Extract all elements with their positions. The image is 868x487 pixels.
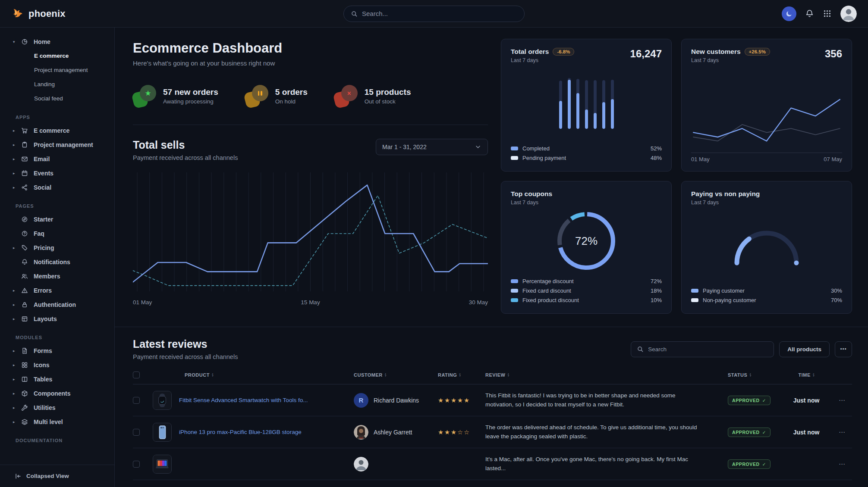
apps-grid-icon[interactable]	[823, 9, 832, 18]
customer-name: Ashley Garrett	[374, 429, 412, 436]
legend-row: Fixed product discount10%	[511, 295, 662, 305]
status-badge: APPROVED✓	[728, 396, 771, 405]
sidebar-item-faq[interactable]: Faq	[0, 226, 114, 240]
top-navbar: phoenix	[0, 0, 868, 28]
reviews-search[interactable]	[631, 341, 774, 357]
sort-icon: ▴▾	[813, 373, 815, 377]
row-checkbox[interactable]	[133, 461, 140, 468]
sidebar-item-forms[interactable]: ▸Forms	[0, 343, 114, 358]
column-header-customer[interactable]: CUSTOMER▴▾	[354, 372, 438, 378]
sidebar-item-components[interactable]: ▸Components	[0, 386, 114, 400]
top-coupons-legend: Percentage discount72%Fixed card discoun…	[511, 276, 662, 305]
row-more-button[interactable]: ⋯	[832, 460, 852, 468]
column-header-time[interactable]: TIME▴▾	[780, 372, 832, 378]
sidebar-subitem-landing[interactable]: Landing	[0, 77, 114, 91]
sidebar-section-label: DOCUMENTATION	[0, 438, 114, 443]
sort-icon: ▴▾	[212, 373, 214, 377]
stats-row: ★57 new ordersAwating processing5 orders…	[133, 85, 488, 107]
sidebar-item-email[interactable]: ▸Email	[0, 152, 114, 166]
lock-icon	[21, 301, 28, 308]
new-customers-x-axis: 01 May07 May	[691, 153, 842, 162]
sidebar-item-icons[interactable]: ▸Icons	[0, 358, 114, 372]
reviews-title: Latest reviews	[133, 338, 238, 350]
navbar-search[interactable]	[343, 6, 525, 22]
sidebar-item-tables[interactable]: ▸Tables	[0, 372, 114, 386]
brand-name: phoenix	[28, 8, 66, 19]
card-period: Last 7 days	[691, 200, 760, 206]
row-checkbox[interactable]	[133, 429, 140, 436]
legend-swatch	[691, 289, 698, 293]
sidebar-item-errors[interactable]: ▸Errors	[0, 283, 114, 297]
user-avatar[interactable]	[840, 6, 857, 22]
sidebar-subitem-social-feed[interactable]: Social feed	[0, 91, 114, 106]
sidebar-item-multi-level[interactable]: ▸Multi level	[0, 415, 114, 429]
collapsed-view-button[interactable]: Collapsed View	[0, 465, 114, 487]
column-header-rating[interactable]: RATING▴▾	[438, 372, 485, 378]
sidebar-item-label: Social	[34, 184, 51, 191]
dark-mode-toggle[interactable]	[782, 6, 796, 21]
sidebar-item-label: Errors	[34, 287, 52, 294]
sidebar-subitem-project-management[interactable]: Project management	[0, 63, 114, 77]
reviews-search-input[interactable]	[648, 346, 768, 353]
customer-avatar	[354, 457, 368, 471]
sidebar-section-label: PAGES	[0, 203, 114, 209]
sidebar-section-label: APPS	[0, 115, 114, 120]
sidebar-item-utilities[interactable]: ▸Utilities	[0, 400, 114, 415]
sidebar-item-e-commerce[interactable]: ▸E commerce	[0, 123, 114, 137]
sidebar-item-layouts[interactable]: ▸Layouts	[0, 312, 114, 326]
sidebar-item-events[interactable]: ▸Events	[0, 166, 114, 180]
users-icon	[21, 273, 28, 280]
sidebar-item-pricing[interactable]: ▸Pricing	[0, 240, 114, 255]
x-axis-tick: 07 May	[824, 156, 842, 162]
caret-right-icon: ▸	[13, 185, 21, 190]
total-sells-subtitle: Payment received across all channels	[133, 154, 238, 161]
select-all-checkbox[interactable]	[133, 371, 140, 378]
legend-label: Pending payment	[522, 155, 566, 161]
row-more-button[interactable]: ⋯	[832, 396, 852, 404]
date-range-select[interactable]: Mar 1 - 31, 2022	[376, 139, 488, 155]
x-axis-tick: 15 May	[301, 299, 320, 306]
reviews-table-body: Fitbit Sense Advanced Smartwatch with To…	[133, 384, 852, 480]
column-header-product[interactable]: PRODUCT▴▾	[153, 372, 354, 378]
order-bar	[594, 80, 597, 129]
caret-right-icon: ▸	[13, 171, 21, 175]
row-checkbox[interactable]	[133, 397, 140, 404]
product-link[interactable]: Fitbit Sense Advanced Smartwatch with To…	[179, 397, 308, 403]
sidebar-item-home[interactable]: ▾Home	[0, 34, 114, 49]
sort-icon: ▴▾	[749, 373, 751, 377]
sidebar-item-project-management[interactable]: ▸Project management	[0, 137, 114, 152]
product-thumbnail	[153, 455, 172, 474]
sidebar-item-label: Utilities	[34, 404, 56, 411]
customer-avatar: R	[354, 393, 368, 408]
caret-right-icon: ▸	[13, 288, 21, 293]
sidebar-item-starter[interactable]: Starter	[0, 212, 114, 226]
reviews-more-button[interactable]: ⋯	[835, 341, 852, 357]
brand-logo[interactable]: phoenix	[11, 7, 66, 20]
product-link[interactable]: iPhone 13 pro max-Pacific Blue-128GB sto…	[179, 429, 302, 435]
legend-swatch	[691, 298, 698, 302]
total-orders-value: 16,247	[630, 48, 662, 60]
change-badge: +26.5%	[745, 48, 770, 56]
sidebar-item-notifications[interactable]: Notifications	[0, 255, 114, 269]
card-title: New customers	[691, 48, 741, 56]
file-icon	[21, 347, 28, 354]
sidebar-subitem-e-commerce[interactable]: E commerce	[0, 49, 114, 63]
sidebar-item-members[interactable]: Members	[0, 269, 114, 283]
row-more-button[interactable]: ⋯	[832, 428, 852, 436]
sidebar-item-social[interactable]: ▸Social	[0, 180, 114, 194]
paying-vs-non-paying-card: Paying vs non paying Last 7 days Paying …	[681, 181, 852, 314]
divider	[133, 125, 488, 125]
all-products-button[interactable]: All products	[779, 341, 830, 357]
order-bar	[568, 78, 571, 129]
sidebar-section-label: MODULES	[0, 335, 114, 340]
column-header-status[interactable]: STATUS▴▾	[716, 372, 780, 378]
notifications-bell-icon[interactable]	[805, 9, 814, 18]
total-orders-card: Total orders -6.8% Last 7 days 16,247 Co…	[501, 39, 672, 172]
sidebar-item-label: Events	[34, 170, 53, 177]
column-header-review[interactable]: REVIEW▴▾	[485, 372, 716, 378]
sidebar-item-authentication[interactable]: ▸Authentication	[0, 297, 114, 312]
card-period: Last 7 days	[691, 57, 770, 63]
stat-value: 15 products	[365, 87, 411, 97]
caret-right-icon: ▸	[13, 143, 21, 147]
search-input[interactable]	[362, 10, 517, 17]
